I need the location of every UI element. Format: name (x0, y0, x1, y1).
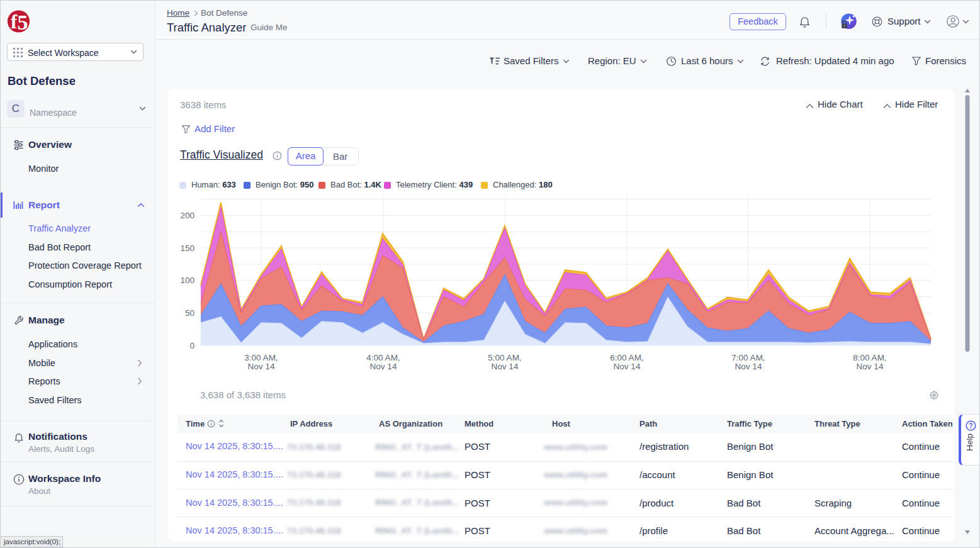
svg-text:Nov 14: Nov 14 (248, 362, 275, 371)
svg-text:100: 100 (180, 276, 194, 285)
svg-text:50: 50 (185, 308, 194, 318)
svg-text:5:00 AM,: 5:00 AM, (488, 353, 521, 362)
svg-text:150: 150 (180, 243, 194, 253)
svg-text:Nov 14: Nov 14 (370, 362, 397, 371)
svg-text:Nov 14: Nov 14 (492, 362, 519, 371)
svg-text:Nov 14: Nov 14 (735, 362, 762, 371)
svg-text:Nov 14: Nov 14 (857, 362, 884, 371)
svg-text:8:00 AM,: 8:00 AM, (853, 353, 886, 362)
svg-text:3:00 AM,: 3:00 AM, (244, 353, 278, 362)
svg-text:f: f (11, 11, 18, 33)
svg-text:6:00 AM,: 6:00 AM, (610, 353, 643, 362)
svg-text:200: 200 (180, 211, 194, 220)
svg-text:4:00 AM,: 4:00 AM, (366, 353, 400, 362)
svg-text:5: 5 (18, 11, 28, 34)
svg-text:0: 0 (189, 341, 194, 350)
svg-text:7:00 AM,: 7:00 AM, (731, 353, 765, 362)
svg-text:Nov 14: Nov 14 (614, 362, 641, 371)
